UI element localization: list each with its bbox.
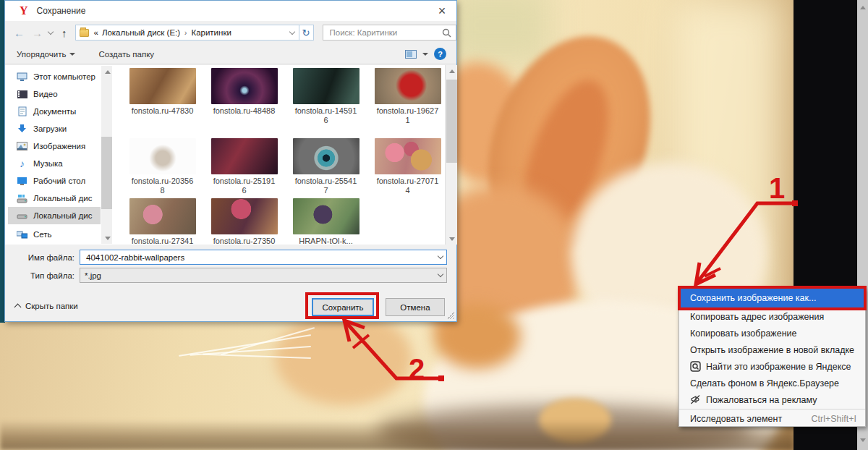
sidebar-item-pictures[interactable]: Изображения xyxy=(8,137,101,155)
menu-item-open-image-new-tab[interactable]: Открыть изображение в новой вкладке xyxy=(679,341,865,358)
back-button[interactable]: ← xyxy=(14,27,25,38)
file-item[interactable]: HRAPN-tOl-k... xyxy=(287,198,365,245)
screenshot-root: Y Сохранение × ← → ↑ « Локальный диск (E… xyxy=(0,0,868,450)
menu-item-save-image-as[interactable]: Сохранить изображение как... xyxy=(679,288,865,308)
filename-row: Имя файла: xyxy=(5,250,456,265)
sidebar-item-downloads[interactable]: Загрузки xyxy=(8,120,101,137)
search-icon xyxy=(442,28,451,38)
new-folder-label: Создать папку xyxy=(98,50,154,59)
file-thumbnail xyxy=(293,198,359,234)
breadcrumb-folder[interactable]: Каритинки xyxy=(191,28,231,37)
resize-grip[interactable] xyxy=(447,312,454,319)
file-thumbnail xyxy=(293,68,359,104)
address-dropdown-icon[interactable] xyxy=(289,28,294,34)
save-dialog: Y Сохранение × ← → ↑ « Локальный диск (E… xyxy=(4,0,457,322)
filename-label: Имя файла: xyxy=(5,253,75,262)
dialog-content: Этот компьютер Видео Документы Загрузки … xyxy=(5,65,456,245)
refresh-button[interactable]: ↻ xyxy=(299,25,314,41)
files-scroll-up-icon[interactable] xyxy=(446,65,458,77)
file-item[interactable]: fonstola.ru-25191 6 xyxy=(205,138,283,195)
music-note-icon: ♪ xyxy=(17,158,27,169)
scroll-down-icon[interactable] xyxy=(857,434,868,446)
sidebar-item-video[interactable]: Видео xyxy=(8,85,101,103)
sidebar-scroll-thumb[interactable] xyxy=(101,137,112,209)
sidebar-scroll-down-icon[interactable] xyxy=(101,232,114,244)
breadcrumb-drive[interactable]: Локальный диск (E:) xyxy=(102,28,180,37)
filetype-dropdown-icon[interactable] xyxy=(438,271,443,277)
cancel-button[interactable]: Отмена xyxy=(386,298,445,316)
document-icon xyxy=(17,106,27,116)
organize-label: Упорядочить xyxy=(17,50,66,59)
file-item[interactable]: fonstola.ru-19627 1 xyxy=(369,68,445,125)
menu-item-find-image-yandex[interactable]: Найти это изображение в Яндексе xyxy=(679,358,865,375)
dialog-titlebar: Y Сохранение × xyxy=(5,1,456,21)
context-menu: Сохранить изображение как... Копировать … xyxy=(678,287,866,427)
history-dropdown-icon[interactable] xyxy=(48,28,54,34)
file-item[interactable]: fonstola.ru-20356 8 xyxy=(124,138,201,195)
file-thumbnail xyxy=(129,68,196,104)
file-thumbnail xyxy=(211,68,278,104)
address-prefix: « xyxy=(93,28,98,37)
filename-input[interactable] xyxy=(85,252,425,263)
sidebar-scroll-up-icon[interactable] xyxy=(101,66,114,77)
file-thumbnail xyxy=(211,138,278,174)
computer-icon xyxy=(17,72,27,82)
menu-item-inspect-element[interactable]: Исследовать элемент Ctrl+Shift+I xyxy=(679,410,865,428)
sidebar-item-local-disk-e[interactable]: Локальный дис xyxy=(8,207,101,224)
save-button[interactable]: Сохранить xyxy=(312,298,374,316)
file-list-scrollbar[interactable] xyxy=(445,65,457,245)
view-dropdown-icon[interactable] xyxy=(422,53,428,56)
file-item[interactable]: fonstola.ru-27071 4 xyxy=(369,138,445,195)
sidebar-item-desktop[interactable]: Рабочий стол xyxy=(8,172,101,190)
file-thumbnail xyxy=(293,138,359,174)
file-item[interactable]: fonstola.ru-25541 7 xyxy=(287,138,365,195)
folder-icon xyxy=(80,29,89,37)
disk-icon xyxy=(17,211,27,221)
sidebar-scrollbar[interactable] xyxy=(101,66,112,244)
breadcrumb-separator: › xyxy=(184,29,187,37)
menu-item-set-as-background[interactable]: Сделать фоном в Яндекс.Браузере xyxy=(679,375,865,391)
menu-item-copy-image[interactable]: Копировать изображение xyxy=(679,325,865,341)
file-item[interactable]: fonstola.ru-14591 6 xyxy=(287,68,365,125)
address-bar[interactable]: « Локальный диск (E:) › Каритинки xyxy=(75,25,299,41)
menu-shortcut: Ctrl+Shift+I xyxy=(811,414,856,424)
chevron-up-icon xyxy=(14,304,22,311)
file-item[interactable]: fonstola.ru-27341 xyxy=(124,198,201,245)
forward-button[interactable]: → xyxy=(32,27,43,38)
file-item[interactable]: fonstola.ru-27350 xyxy=(205,198,283,245)
files-scroll-down-icon[interactable] xyxy=(446,233,458,245)
menu-separator xyxy=(679,409,865,409)
search-box[interactable] xyxy=(323,25,456,41)
menu-item-copy-image-address[interactable]: Копировать адрес изображения xyxy=(679,308,865,325)
up-button[interactable]: ↑ xyxy=(61,27,67,38)
new-folder-button[interactable]: Создать папку xyxy=(98,50,154,59)
search-input[interactable] xyxy=(328,27,437,38)
scroll-up-icon[interactable] xyxy=(857,1,868,13)
sidebar-item-this-pc[interactable]: Этот компьютер xyxy=(8,68,101,85)
hide-folders-button[interactable]: Скрыть папки xyxy=(15,302,78,310)
report-ad-icon xyxy=(690,394,701,405)
dialog-toolbar: Упорядочить Создать папку ? xyxy=(5,44,456,64)
sidebar-item-local-disk-c[interactable]: Локальный дис xyxy=(8,190,101,207)
navigation-pane: Этот компьютер Видео Документы Загрузки … xyxy=(8,66,101,244)
close-icon[interactable]: × xyxy=(433,2,451,20)
video-icon xyxy=(17,89,27,99)
file-list: fonstola.ru-47830 fonstola.ru-48488 fons… xyxy=(118,65,445,245)
filename-dropdown-icon[interactable] xyxy=(438,253,443,259)
file-item[interactable]: fonstola.ru-48488 xyxy=(205,68,283,116)
files-scroll-thumb[interactable] xyxy=(446,80,457,163)
file-thumbnail xyxy=(211,198,278,234)
file-thumbnail xyxy=(129,198,196,234)
sidebar-item-music[interactable]: ♪ Музыка xyxy=(8,155,101,172)
menu-item-report-ad[interactable]: Пожаловаться на рекламу xyxy=(679,391,865,408)
file-item[interactable]: fonstola.ru-47830 xyxy=(124,68,201,116)
filetype-select[interactable]: *.jpg xyxy=(80,268,447,283)
sidebar-item-network[interactable]: Сеть xyxy=(8,226,101,243)
sidebar-item-documents[interactable]: Документы xyxy=(8,103,101,120)
yandex-logo-icon: Y xyxy=(20,4,28,17)
organize-button[interactable]: Упорядочить xyxy=(17,50,75,59)
filename-field[interactable] xyxy=(80,250,447,265)
view-mode-icon[interactable] xyxy=(405,50,417,59)
help-icon[interactable]: ? xyxy=(434,48,446,60)
filetype-value: *.jpg xyxy=(85,271,101,280)
